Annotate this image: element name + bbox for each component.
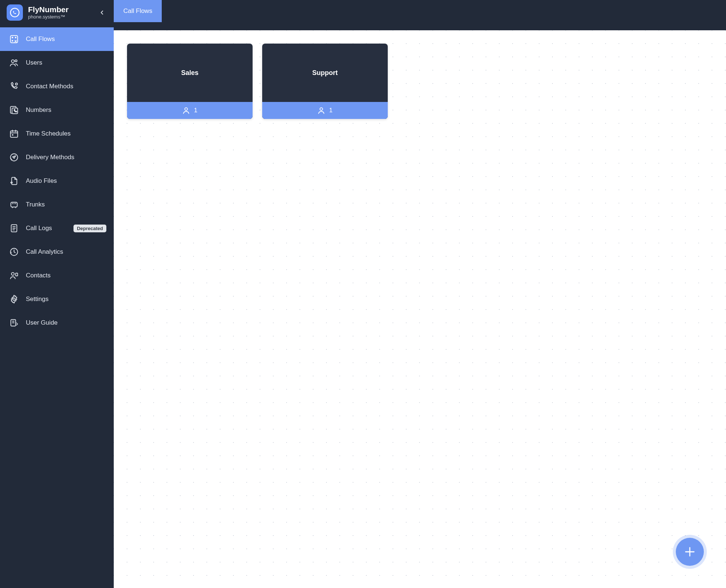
deprecated-badge: Deprecated: [73, 225, 106, 232]
sidebar-item-settings[interactable]: Settings: [0, 287, 114, 311]
sidebar-item-label: Audio Files: [26, 177, 106, 185]
svg-point-2: [12, 37, 13, 38]
svg-point-20: [185, 108, 188, 110]
phone-icon: [10, 7, 20, 18]
numbers-icon: [9, 105, 19, 115]
sidebar-item-delivery-methods[interactable]: Delivery Methods: [0, 146, 114, 169]
audio-file-icon: [9, 176, 19, 186]
contact-methods-icon: [9, 81, 19, 92]
brand-text: FlyNumber phone.systems™: [28, 5, 69, 20]
contacts-icon: [9, 270, 19, 281]
sidebar-item-audio-files[interactable]: Audio Files: [0, 169, 114, 193]
sidebar-item-time-schedules[interactable]: Time Schedules: [0, 122, 114, 146]
svg-point-5: [11, 60, 14, 63]
sidebar-item-label: User Guide: [26, 319, 106, 327]
sidebar-item-numbers[interactable]: Numbers: [0, 98, 114, 122]
chevron-left-icon: [99, 9, 105, 16]
sidebar: FlyNumber phone.systems™ Call Flows User…: [0, 0, 114, 588]
sidebar-item-call-logs[interactable]: Call Logs Deprecated: [0, 216, 114, 240]
topbar: Call Flows: [114, 0, 726, 30]
sidebar-item-trunks[interactable]: Trunks: [0, 193, 114, 216]
call-flows-icon: [9, 34, 19, 44]
svg-point-0: [10, 8, 19, 17]
svg-point-16: [11, 273, 14, 276]
sidebar-item-label: Users: [26, 59, 106, 66]
trunks-icon: [9, 199, 19, 210]
card-count: 1: [329, 107, 332, 114]
brand-block: FlyNumber phone.systems™: [0, 0, 114, 26]
add-button[interactable]: [676, 538, 704, 566]
sidebar-item-label: Trunks: [26, 201, 106, 208]
plus-icon: [684, 546, 696, 558]
svg-point-7: [16, 83, 17, 85]
sidebar-collapse-button[interactable]: [97, 7, 107, 18]
svg-point-4: [12, 40, 13, 41]
brand-logo: [7, 4, 23, 21]
sidebar-item-call-flows[interactable]: Call Flows: [0, 27, 114, 51]
main: Call Flows Sales 1 Support 1: [114, 0, 726, 588]
card-footer: 1: [127, 102, 253, 119]
brand-title: FlyNumber: [28, 5, 69, 14]
delivery-icon: [9, 152, 19, 163]
svg-rect-17: [16, 273, 17, 276]
svg-point-18: [13, 298, 16, 301]
sidebar-item-label: Settings: [26, 295, 106, 303]
user-icon: [182, 106, 190, 114]
tab-call-flows[interactable]: Call Flows: [114, 0, 162, 22]
analytics-icon: [9, 247, 19, 257]
call-flow-card-support[interactable]: Support 1: [262, 44, 388, 119]
canvas[interactable]: Sales 1 Support 1: [114, 30, 726, 588]
calendar-icon: [9, 129, 19, 139]
user-icon: [317, 106, 325, 114]
gear-icon: [9, 294, 19, 304]
cards-row: Sales 1 Support 1: [114, 30, 726, 132]
card-count: 1: [194, 107, 197, 114]
card-footer: 1: [262, 102, 388, 119]
sidebar-nav: Call Flows Users Contact Methods Numbers: [0, 26, 114, 335]
sidebar-item-label: Call Logs: [26, 225, 67, 232]
sidebar-item-label: Call Flows: [26, 35, 106, 43]
sidebar-item-label: Contacts: [26, 272, 106, 279]
brand-subtitle: phone.systems™: [28, 14, 69, 20]
svg-point-3: [15, 37, 16, 38]
users-icon: [9, 58, 19, 68]
sidebar-item-contacts[interactable]: Contacts: [0, 264, 114, 287]
svg-point-6: [15, 60, 17, 62]
sidebar-item-user-guide[interactable]: User Guide: [0, 311, 114, 335]
svg-point-11: [12, 134, 13, 135]
sidebar-item-contact-methods[interactable]: Contact Methods: [0, 75, 114, 98]
sidebar-item-label: Time Schedules: [26, 130, 106, 137]
sidebar-item-users[interactable]: Users: [0, 51, 114, 75]
sidebar-item-call-analytics[interactable]: Call Analytics: [0, 240, 114, 264]
sidebar-item-label: Delivery Methods: [26, 154, 106, 161]
user-guide-icon: [9, 318, 19, 328]
tab-label: Call Flows: [123, 7, 152, 15]
call-logs-icon: [9, 223, 19, 233]
card-title: Support: [262, 44, 388, 102]
svg-rect-10: [10, 131, 18, 137]
call-flow-card-sales[interactable]: Sales 1: [127, 44, 253, 119]
sidebar-item-label: Call Analytics: [26, 248, 106, 256]
sidebar-item-label: Contact Methods: [26, 83, 106, 90]
card-title: Sales: [127, 44, 253, 102]
sidebar-item-label: Numbers: [26, 106, 106, 114]
svg-point-21: [320, 108, 323, 110]
